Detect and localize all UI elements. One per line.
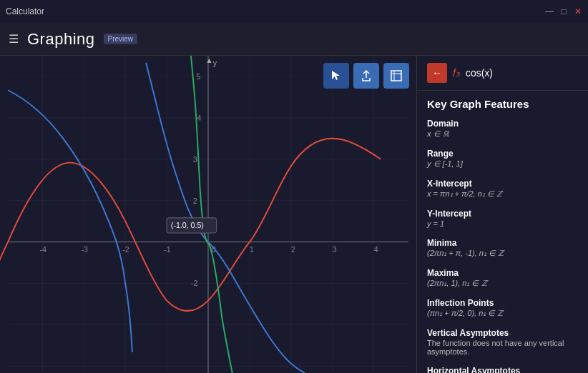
close-button[interactable]: ✕ [574, 7, 582, 16]
app-name: Calculator [6, 6, 44, 16]
range-label: Range [427, 149, 578, 159]
section-minima: Minima (2πn₁ + π, -1), n₁ ∈ ℤ [417, 234, 588, 264]
hamburger-icon[interactable]: ☰ [9, 32, 19, 46]
svg-text:3: 3 [193, 155, 197, 164]
svg-text:3: 3 [333, 245, 337, 254]
share-button[interactable] [353, 63, 379, 89]
svg-text:4: 4 [197, 114, 202, 122]
main-content: y -4 -3 -2 -1 0 1 2 3 4 2 3 -2 4 5 ▲ [0, 56, 588, 373]
svg-text:-2: -2 [191, 279, 198, 287]
section-y-intercept: Y-Intercept y = 1 [417, 204, 588, 234]
expand-button[interactable] [383, 63, 409, 89]
horizontal-asymptotes-label: Horizontal Asymptotes [427, 366, 578, 373]
minima-value: (2πn₁ + π, -1), n₁ ∈ ℤ [427, 249, 578, 258]
svg-text:4: 4 [374, 245, 378, 254]
graph-area[interactable]: y -4 -3 -2 -1 0 1 2 3 4 2 3 -2 4 5 ▲ [0, 56, 416, 373]
vertical-asymptotes-value: The function does not have any vertical … [427, 339, 578, 356]
back-icon: ← [432, 67, 442, 79]
app-header: ☰ Graphing Preview [0, 23, 588, 56]
section-inflection: Inflection Points (πn₁ + π/2, 0), n₁ ∈ ℤ [417, 294, 588, 324]
section-range: Range y ∈ [-1, 1] [417, 144, 588, 174]
x-intercept-label: X-Intercept [427, 179, 578, 189]
domain-value: x ∈ ℝ [427, 129, 578, 139]
svg-text:-2: -2 [122, 245, 129, 254]
svg-text:5: 5 [197, 72, 201, 81]
cursor-icon [330, 69, 343, 82]
right-panel: ← f₃ cos(x) Key Graph Features Domain x … [416, 56, 588, 373]
section-x-intercept: X-Intercept x = πn₁ + π/2, n₁ ∈ ℤ [417, 174, 588, 204]
share-icon [360, 69, 373, 82]
y-intercept-value: y = 1 [427, 219, 578, 228]
svg-text:-3: -3 [81, 245, 88, 254]
maxima-value: (2πn₁, 1), n₁ ∈ ℤ [427, 279, 578, 288]
function-icon: f₃ [453, 67, 460, 79]
svg-text:▲: ▲ [205, 56, 213, 64]
panel-header: ← f₃ cos(x) [417, 56, 588, 91]
app-title: Graphing [27, 30, 95, 49]
domain-label: Domain [427, 119, 578, 129]
svg-text:2: 2 [193, 197, 197, 205]
minimize-button[interactable]: — [545, 7, 554, 16]
vertical-asymptotes-label: Vertical Asymptotes [427, 328, 578, 338]
svg-text:2: 2 [291, 245, 295, 254]
svg-text:-4: -4 [39, 245, 46, 254]
graph-tooltip-svg: (-1.0, 0.5) [167, 218, 216, 233]
back-button[interactable]: ← [427, 63, 447, 83]
maximize-button[interactable]: □ [559, 7, 568, 16]
cosine-curve-left [0, 242, 8, 312]
titlebar-left: Calculator [6, 6, 44, 16]
svg-text:y: y [213, 59, 217, 67]
title-bar: Calculator — □ ✕ [0, 0, 588, 23]
preview-badge: Preview [104, 34, 138, 44]
panel-title: Key Graph Features [417, 91, 588, 114]
function-label: cos(x) [466, 67, 493, 79]
section-horizontal-asymptotes: Horizontal Asymptotes The function does … [417, 362, 588, 373]
svg-text:(-1.0, 0.5): (-1.0, 0.5) [171, 221, 204, 229]
section-vertical-asymptotes: Vertical Asymptotes The function does no… [417, 324, 588, 362]
inflection-value: (πn₁ + π/2, 0), n₁ ∈ ℤ [427, 309, 578, 318]
graph-toolbar [323, 63, 409, 89]
svg-text:1: 1 [250, 245, 254, 254]
svg-rect-1 [391, 71, 401, 81]
cursor-button[interactable] [323, 63, 349, 89]
section-maxima: Maxima (2πn₁, 1), n₁ ∈ ℤ [417, 264, 588, 294]
expand-icon [390, 69, 403, 82]
section-domain: Domain x ∈ ℝ [417, 114, 588, 144]
titlebar-controls: — □ ✕ [545, 7, 582, 16]
inflection-label: Inflection Points [427, 298, 578, 308]
maxima-label: Maxima [427, 268, 578, 278]
range-value: y ∈ [-1, 1] [427, 159, 578, 169]
svg-text:-1: -1 [164, 245, 171, 254]
minima-label: Minima [427, 238, 578, 248]
x-intercept-value: x = πn₁ + π/2, n₁ ∈ ℤ [427, 189, 578, 199]
graph-canvas[interactable]: y -4 -3 -2 -1 0 1 2 3 4 2 3 -2 4 5 ▲ [0, 56, 416, 373]
y-intercept-label: Y-Intercept [427, 209, 578, 219]
svg-marker-0 [332, 71, 340, 80]
